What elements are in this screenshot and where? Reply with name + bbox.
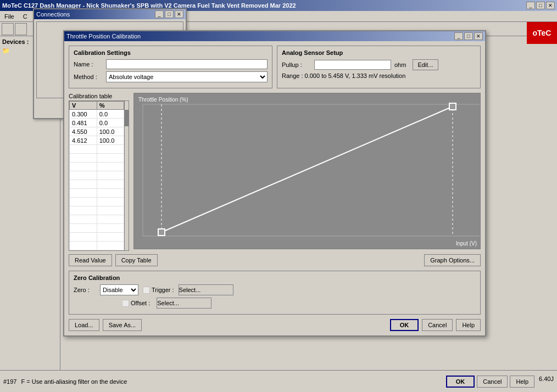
status-ok-btn[interactable]: OK [446, 376, 475, 388]
help-btn[interactable]: Help [456, 319, 481, 331]
table-row[interactable]: 0.3000.0 [70, 110, 124, 119]
zero-label: Zero : [74, 287, 96, 293]
table-cell-v [70, 215, 97, 224]
toolbar-btn-2[interactable] [15, 23, 27, 35]
status-help-btn[interactable]: Help [510, 376, 534, 388]
main-maximize-btn[interactable]: □ [536, 2, 545, 9]
table-scrollbar[interactable] [124, 101, 129, 250]
cancel-btn[interactable]: Cancel [422, 319, 453, 331]
table-cell-pct: 100.0 [97, 127, 124, 136]
action-buttons-row: Read Value Copy Table Graph Options... [69, 254, 481, 266]
table-row[interactable] [70, 206, 124, 215]
table-cell-pct [97, 224, 124, 233]
status-bar: #197 F = Use anti-aliasing filter on the… [0, 370, 557, 392]
graph-dot-left [158, 229, 165, 236]
offset-checkbox-label: Offset : [122, 300, 150, 307]
scroll-thumb [125, 110, 129, 126]
status-cancel-btn[interactable]: Cancel [477, 376, 508, 388]
status-right-btns: OK Cancel Help 6.40J [446, 376, 554, 388]
table-row[interactable] [70, 242, 124, 250]
method-label: Method : [74, 74, 104, 80]
calibration-titlebar: Throttle Position Calibration _ □ ✕ [64, 31, 485, 41]
zero-calibration-title: Zero Calibration [74, 275, 476, 281]
table-row[interactable] [70, 163, 124, 171]
offset-select-btn[interactable]: Select... [157, 298, 211, 309]
main-close-btn[interactable]: ✕ [546, 2, 555, 9]
col-header-v: V [70, 102, 97, 110]
bottom-right-btns: OK Cancel Help [390, 319, 481, 331]
calibration-settings-title: Calibration Settings [74, 49, 268, 56]
table-cell-v: 4.550 [70, 127, 97, 136]
bottom-buttons: Load... Save As... OK Cancel Help [69, 319, 481, 331]
table-row[interactable] [70, 198, 124, 206]
read-value-btn[interactable]: Read Value [69, 254, 112, 266]
connections-maximize-btn[interactable]: □ [165, 10, 174, 18]
trigger-checkbox[interactable] [143, 287, 150, 294]
table-cell-v [70, 233, 97, 242]
pullup-row: Pullup : ohm Edit... [282, 59, 476, 70]
offset-label: Offset : [131, 300, 150, 306]
zero-row-2: Offset : Select... [74, 298, 476, 309]
ok-btn[interactable]: OK [390, 319, 419, 331]
toolbar-btn-1[interactable] [2, 23, 14, 35]
bottom-left-btns: Load... Save As... [69, 319, 142, 331]
pullup-edit-btn[interactable]: Edit... [413, 59, 438, 70]
connections-minimize-btn[interactable]: _ [155, 10, 164, 18]
table-row[interactable] [70, 180, 124, 189]
devices-label: Devices : [2, 38, 29, 45]
status-text: F = Use anti-aliasing filter on the devi… [21, 378, 127, 385]
table-row[interactable]: 0.4810.0 [70, 119, 124, 127]
calibration-maximize-btn[interactable]: □ [464, 32, 473, 40]
analog-sensor-box: Analog Sensor Setup Pullup : ohm Edit...… [277, 46, 481, 88]
table-row[interactable] [70, 224, 124, 233]
analog-sensor-title: Analog Sensor Setup [282, 49, 476, 56]
status-coord-info: 6.40J [539, 376, 554, 388]
status-row-info: #197 [3, 378, 16, 385]
buttons-left: Read Value Copy Table [69, 254, 158, 266]
table-cell-pct: 100.0 [97, 136, 124, 145]
table-cell-v [70, 189, 97, 198]
menu-file[interactable]: File [0, 12, 19, 21]
table-cell-v [70, 171, 97, 180]
table-cell-v: 0.481 [70, 119, 97, 127]
calibration-close-btn[interactable]: ✕ [474, 32, 483, 40]
connections-close-btn[interactable]: ✕ [175, 10, 183, 18]
save-as-btn[interactable]: Save As... [103, 319, 142, 331]
main-minimize-btn[interactable]: _ [526, 2, 535, 9]
table-row[interactable] [70, 215, 124, 224]
load-btn[interactable]: Load... [69, 319, 99, 331]
offset-checkbox[interactable] [122, 300, 129, 307]
method-row: Method : Absolute voltage Relative volta… [74, 71, 268, 82]
table-row[interactable] [70, 189, 124, 198]
table-cell-pct [97, 215, 124, 224]
calibration-dialog: Throttle Position Calibration _ □ ✕ Cali… [63, 30, 486, 337]
table-row[interactable] [70, 233, 124, 242]
trigger-select-btn[interactable]: Select... [179, 284, 233, 295]
graph-svg [134, 93, 480, 249]
zero-select[interactable]: Disable Enable [100, 284, 138, 295]
range-text: Range : 0.000 to 5.458 V, 1.333 mV resol… [282, 72, 476, 79]
table-row[interactable]: 4.550100.0 [70, 127, 124, 136]
table-row[interactable] [70, 145, 124, 154]
table-cell-pct: 0.0 [97, 110, 124, 119]
graph-options-btn[interactable]: Graph Options... [424, 254, 481, 266]
method-select[interactable]: Absolute voltage Relative voltage Polyno… [106, 71, 268, 82]
calibration-table-title: Calibration table [69, 93, 129, 99]
main-window: MoTeC C127 Dash Manager - Nick Shumaker'… [0, 0, 557, 392]
copy-table-btn[interactable]: Copy Table [115, 254, 158, 266]
table-cell-v: 4.612 [70, 136, 97, 145]
table-row[interactable] [70, 154, 124, 163]
table-row[interactable] [70, 171, 124, 180]
calibration-minimize-btn[interactable]: _ [454, 32, 463, 40]
name-input[interactable] [106, 59, 268, 69]
graph-dot-right [449, 103, 456, 110]
table-cell-v [70, 198, 97, 206]
table-row[interactable]: 4.612100.0 [70, 136, 124, 145]
pullup-input[interactable] [314, 60, 391, 70]
menu-c[interactable]: C [19, 12, 32, 21]
table-cell-v [70, 242, 97, 250]
table-cell-v [70, 163, 97, 171]
pullup-label: Pullup : [282, 61, 312, 68]
table-cell-v: 0.300 [70, 110, 97, 119]
connections-titlebar: Connections _ □ ✕ [34, 9, 186, 19]
